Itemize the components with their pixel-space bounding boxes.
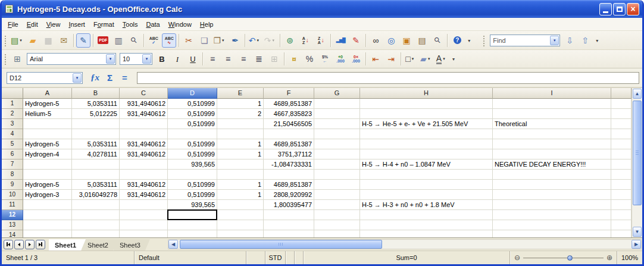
cell-F12[interactable] bbox=[264, 210, 314, 220]
select-all-corner[interactable] bbox=[2, 88, 23, 99]
cell-B14[interactable] bbox=[72, 230, 120, 237]
row-header-8[interactable]: 8 bbox=[2, 170, 23, 180]
title-bar[interactable]: Hydrogen-5 Decay.ods - OpenOffice.org Ca… bbox=[2, 0, 642, 18]
cell-C10[interactable]: 931,4940612 bbox=[120, 190, 168, 200]
cell-grid[interactable]: ABCDEFGHI1Hydrogen-55,0353111931,4940612… bbox=[2, 88, 632, 237]
menu-format[interactable]: Format bbox=[89, 19, 118, 30]
cell-C2[interactable]: 931,4940612 bbox=[120, 109, 168, 119]
cell-C7[interactable] bbox=[120, 159, 168, 170]
row-header-2[interactable]: 2 bbox=[2, 109, 23, 119]
redo-dropdown-icon[interactable]: ▾ bbox=[273, 38, 277, 43]
vertical-scroll-track[interactable] bbox=[633, 99, 642, 226]
cell-E9[interactable]: 1 bbox=[217, 180, 264, 190]
cell-H1[interactable] bbox=[360, 99, 493, 109]
cell-C13[interactable] bbox=[120, 220, 168, 230]
undo-dropdown-icon[interactable]: ▾ bbox=[257, 38, 261, 43]
cell-D3[interactable]: 0,510999 bbox=[168, 119, 217, 129]
hyperlink-button[interactable]: ⊚ bbox=[283, 33, 297, 48]
spellcheck-button[interactable]: ABC✓ bbox=[146, 33, 161, 48]
cell-F11[interactable]: 1,800395477 bbox=[264, 200, 314, 210]
font-size-input[interactable] bbox=[120, 55, 142, 62]
decrease-indent-button[interactable]: ⇤ bbox=[368, 52, 383, 66]
row-header-4[interactable]: 4 bbox=[2, 129, 23, 139]
cell-I14[interactable] bbox=[493, 230, 611, 237]
cell-E6[interactable]: 1 bbox=[217, 149, 264, 159]
borders-button[interactable]: □▾ bbox=[404, 52, 418, 66]
help-button[interactable]: ? bbox=[450, 33, 464, 48]
cell-C11[interactable] bbox=[120, 200, 168, 210]
cell-E2[interactable]: 2 bbox=[217, 109, 264, 119]
cell-B13[interactable] bbox=[72, 220, 120, 230]
cell-B4[interactable] bbox=[72, 129, 120, 139]
cell-E1[interactable]: 1 bbox=[217, 99, 264, 109]
column-header-F[interactable]: F bbox=[264, 88, 314, 99]
increase-indent-button[interactable]: ⇥ bbox=[384, 52, 398, 66]
cell-D13[interactable] bbox=[168, 220, 217, 230]
column-header-B[interactable]: B bbox=[72, 88, 120, 99]
close-button[interactable]: × bbox=[627, 3, 639, 15]
zoom-button[interactable]: ⚲ bbox=[430, 33, 445, 48]
cell-H14[interactable] bbox=[360, 230, 493, 237]
gallery-button[interactable]: ▣ bbox=[399, 33, 414, 48]
cell-E11[interactable] bbox=[217, 200, 264, 210]
copy-button[interactable]: ❏ bbox=[197, 33, 211, 48]
new-dropdown-icon[interactable]: ▾ bbox=[20, 38, 24, 43]
cell-F10[interactable]: 2808,920992 bbox=[264, 190, 314, 200]
cell-A2[interactable]: Helium-5 bbox=[23, 109, 72, 119]
underline-button[interactable]: U bbox=[186, 52, 200, 66]
sort-descending-button[interactable]: ZA↓ bbox=[314, 33, 328, 48]
menu-insert[interactable]: Insert bbox=[64, 19, 89, 30]
cell-B11[interactable] bbox=[72, 200, 120, 210]
cell-B5[interactable]: 5,0353111 bbox=[72, 139, 120, 149]
row-header-6[interactable]: 6 bbox=[2, 149, 23, 159]
cell-C12[interactable] bbox=[120, 210, 168, 220]
justified-button[interactable]: ≣ bbox=[252, 52, 266, 66]
column-header-G[interactable]: G bbox=[314, 88, 360, 99]
cell-I5[interactable] bbox=[493, 139, 611, 149]
vertical-scrollbar[interactable]: ▲ ▼ bbox=[632, 88, 642, 237]
find-replace-button[interactable]: ∞ bbox=[368, 33, 383, 48]
cell-E8[interactable] bbox=[217, 170, 264, 180]
cell-G5[interactable] bbox=[314, 139, 360, 149]
cell-H13[interactable] bbox=[360, 220, 493, 230]
cell-G4[interactable] bbox=[314, 129, 360, 139]
autospellcheck-button[interactable]: ABC∿ bbox=[162, 33, 176, 48]
cell-D1[interactable]: 0,510999 bbox=[168, 99, 217, 109]
cell-D14[interactable] bbox=[168, 230, 217, 237]
maximize-button[interactable] bbox=[613, 3, 626, 15]
column-header-D[interactable]: D bbox=[168, 88, 217, 99]
cell-H3[interactable]: H-5 → He-5 + e- + Ve + 21.505 MeV bbox=[360, 119, 493, 129]
sort-ascending-button[interactable]: AZ↓ bbox=[298, 33, 312, 48]
row-header-10[interactable]: 10 bbox=[2, 190, 23, 200]
cell-G9[interactable] bbox=[314, 180, 360, 190]
cell-C5[interactable]: 931,4940612 bbox=[120, 139, 168, 149]
sheet-tab-sheet1[interactable]: Sheet1 bbox=[49, 239, 86, 251]
find-dropdown-icon[interactable]: ▾ bbox=[550, 36, 559, 45]
cell-C6[interactable]: 931,4940612 bbox=[120, 149, 168, 159]
sum-button[interactable]: Σ bbox=[102, 71, 117, 85]
minimize-button[interactable] bbox=[599, 3, 612, 15]
next-sheet-button[interactable] bbox=[25, 240, 35, 249]
cell-B6[interactable]: 4,0278111 bbox=[72, 149, 120, 159]
cell-A6[interactable]: Hydrogen-4 bbox=[23, 149, 72, 159]
scroll-right-icon[interactable]: ▶ bbox=[632, 240, 641, 249]
column-header-H[interactable]: H bbox=[360, 88, 493, 99]
cell-F8[interactable] bbox=[264, 170, 314, 180]
cell-F14[interactable] bbox=[264, 230, 314, 237]
cell-F7[interactable]: -1,084733331 bbox=[264, 159, 314, 170]
align-left-button[interactable]: ≡ bbox=[205, 52, 220, 66]
page-preview-button[interactable]: ⚲ bbox=[127, 33, 141, 48]
navigator-button[interactable]: ◎ bbox=[384, 33, 398, 48]
insert-chart-button[interactable]: ▂▅█ bbox=[333, 33, 348, 48]
cell-E13[interactable] bbox=[217, 220, 264, 230]
print-button[interactable]: ▥ bbox=[111, 33, 126, 48]
name-box-dropdown-icon[interactable]: ▾ bbox=[73, 73, 82, 83]
cell-I13[interactable] bbox=[493, 220, 611, 230]
font-name-dropdown-icon[interactable]: ▾ bbox=[106, 54, 115, 64]
font-color-dropdown-icon[interactable]: ▾ bbox=[443, 57, 447, 61]
cell-G3[interactable] bbox=[314, 119, 360, 129]
column-header-I[interactable]: I bbox=[493, 88, 611, 99]
cell-I6[interactable] bbox=[493, 149, 611, 159]
cell-F4[interactable] bbox=[264, 129, 314, 139]
find-toolbar-options-button[interactable]: ▾ bbox=[593, 36, 601, 46]
